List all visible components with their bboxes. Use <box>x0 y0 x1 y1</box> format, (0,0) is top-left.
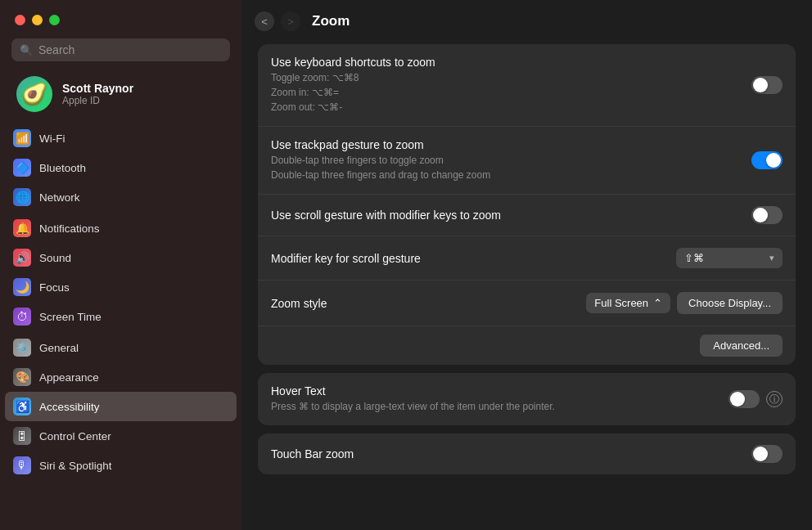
siri-icon: 🎙 <box>13 456 31 474</box>
keyboard-shortcut-row: Use keyboard shortcuts to zoom Toggle zo… <box>258 44 796 127</box>
search-input[interactable] <box>38 43 222 56</box>
toggle-knob-3 <box>753 208 768 222</box>
toggle-knob-5 <box>753 447 768 461</box>
trackpad-gesture-toggle[interactable] <box>751 151 783 169</box>
keyboard-shortcut-toggle[interactable] <box>751 76 783 94</box>
content-area: Use keyboard shortcuts to zoom Toggle zo… <box>241 39 812 530</box>
wifi-icon: 📶 <box>13 129 31 147</box>
control-center-icon: 🎛 <box>13 427 31 445</box>
modifier-key-value: ⇧⌘ <box>684 252 763 264</box>
notifications-icon: 🔔 <box>13 219 31 237</box>
sidebar-item-notifications[interactable]: 🔔 Notifications <box>5 213 237 243</box>
scroll-gesture-toggle[interactable] <box>751 206 783 224</box>
sidebar-item-sound[interactable]: 🔊 Sound <box>5 243 237 272</box>
back-icon: < <box>261 16 268 28</box>
hover-text-label: Hover Text <box>271 384 729 398</box>
sidebar-item-accessibility[interactable]: ♿ Accessibility <box>5 392 237 421</box>
zoom-style-info: Zoom style <box>271 297 586 310</box>
hover-text-toggle[interactable] <box>729 390 760 408</box>
sidebar-section-network: 📶 Wi-Fi 🔷 Bluetooth 🌐 Network <box>5 124 237 212</box>
keyboard-shortcut-desc: Toggle zoom: ⌥⌘8 Zoom in: ⌥⌘= Zoom out: … <box>271 70 751 115</box>
sidebar-item-appearance[interactable]: 🎨 Appearance <box>5 362 237 392</box>
zoom-settings-card: Use keyboard shortcuts to zoom Toggle zo… <box>258 44 796 365</box>
sidebar-item-general[interactable]: ⚙️ General <box>5 333 237 362</box>
search-bar[interactable]: 🔍 <box>11 38 230 61</box>
trackpad-gesture-row: Use trackpad gesture to zoom Double-tap … <box>258 127 796 195</box>
scroll-gesture-info: Use scroll gesture with modifier keys to… <box>271 209 751 222</box>
modifier-key-label: Modifier key for scroll gesture <box>271 252 676 265</box>
traffic-lights <box>0 0 241 34</box>
sidebar-label-general: General <box>39 342 79 354</box>
main-content: < > Zoom Use keyboard shortcuts to zoom … <box>241 0 812 530</box>
choose-display-button[interactable]: Choose Display... <box>677 292 783 314</box>
dropdown-arrow-icon: ▾ <box>769 253 774 263</box>
modifier-key-control: ⇧⌘ ▾ <box>676 248 783 268</box>
hover-text-control: ⓘ <box>729 390 783 408</box>
sidebar-label-appearance: Appearance <box>39 371 99 384</box>
touch-bar-zoom-row: Touch Bar zoom <box>258 433 796 474</box>
zoom-style-arrow-icon: ⌃ <box>653 297 662 309</box>
appearance-icon: 🎨 <box>13 368 31 386</box>
general-icon: ⚙️ <box>13 339 31 357</box>
avatar: 🥑 <box>16 76 52 112</box>
sidebar-item-control-center[interactable]: 🎛 Control Center <box>5 421 237 451</box>
hover-text-desc: Press ⌘ to display a large-text view of … <box>271 399 729 414</box>
forward-icon: > <box>287 16 294 28</box>
sidebar-section-preferences: ⚙️ General 🎨 Appearance ♿ Accessibility … <box>5 333 237 480</box>
toggle-knob <box>753 78 768 92</box>
close-button[interactable] <box>15 15 25 25</box>
sidebar-item-network[interactable]: 🌐 Network <box>5 182 237 212</box>
sidebar-nav: 📶 Wi-Fi 🔷 Bluetooth 🌐 Network 🔔 Notifica… <box>0 120 241 530</box>
scroll-gesture-row: Use scroll gesture with modifier keys to… <box>258 195 796 236</box>
sidebar-label-network: Network <box>39 191 80 204</box>
zoom-style-label: Zoom style <box>271 297 586 310</box>
avatar-emoji: 🥑 <box>21 82 47 107</box>
touch-bar-zoom-card: Touch Bar zoom <box>258 433 796 474</box>
screen-time-icon: ⏱ <box>13 308 31 326</box>
sidebar-item-screen-time[interactable]: ⏱ Screen Time <box>5 302 237 331</box>
sidebar: 🔍 🥑 Scott Raynor Apple ID 📶 Wi-Fi 🔷 Blue… <box>0 0 241 530</box>
focus-icon: 🌙 <box>13 278 31 296</box>
minimize-button[interactable] <box>32 15 43 25</box>
scroll-gesture-control <box>751 206 783 224</box>
sidebar-label-control-center: Control Center <box>39 430 111 442</box>
page-title: Zoom <box>312 13 350 29</box>
hover-text-info-icon[interactable]: ⓘ <box>766 391 783 407</box>
touch-bar-zoom-info: Touch Bar zoom <box>271 447 751 460</box>
sidebar-item-wifi[interactable]: 📶 Wi-Fi <box>5 124 237 153</box>
back-button[interactable]: < <box>255 11 274 31</box>
advanced-row: Advanced... <box>258 326 796 365</box>
sidebar-label-siri-spotlight: Siri & Spotlight <box>39 460 112 472</box>
user-profile[interactable]: 🥑 Scott Raynor Apple ID <box>5 70 237 120</box>
user-name: Scott Raynor <box>62 82 133 95</box>
sidebar-item-bluetooth[interactable]: 🔷 Bluetooth <box>5 153 237 182</box>
hover-text-info: Hover Text Press ⌘ to display a large-te… <box>271 384 729 414</box>
modifier-key-row: Modifier key for scroll gesture ⇧⌘ ▾ <box>258 236 796 281</box>
user-info: Scott Raynor Apple ID <box>62 82 133 106</box>
touch-bar-zoom-toggle[interactable] <box>751 445 783 463</box>
keyboard-shortcut-info: Use keyboard shortcuts to zoom Toggle zo… <box>271 56 751 115</box>
trackpad-gesture-desc: Double-tap three fingers to toggle zoom … <box>271 153 751 182</box>
trackpad-gesture-label: Use trackpad gesture to zoom <box>271 138 751 151</box>
toggle-knob-4 <box>730 392 745 406</box>
advanced-button[interactable]: Advanced... <box>700 335 783 357</box>
sidebar-item-focus[interactable]: 🌙 Focus <box>5 272 237 302</box>
zoom-style-row: Zoom style Full Screen ⌃ Choose Display.… <box>258 281 796 326</box>
forward-button[interactable]: > <box>281 11 300 31</box>
modifier-key-info: Modifier key for scroll gesture <box>271 252 676 265</box>
search-icon: 🔍 <box>20 44 33 56</box>
sidebar-label-bluetooth: Bluetooth <box>39 162 86 174</box>
sidebar-label-accessibility: Accessibility <box>39 401 100 413</box>
accessibility-icon: ♿ <box>13 398 31 415</box>
zoom-style-control: Full Screen ⌃ Choose Display... <box>586 292 783 314</box>
sidebar-section-system: 🔔 Notifications 🔊 Sound 🌙 Focus ⏱ Screen… <box>5 213 237 331</box>
hover-text-card: Hover Text Press ⌘ to display a large-te… <box>258 373 796 425</box>
touch-bar-zoom-control <box>751 445 783 463</box>
modifier-key-dropdown[interactable]: ⇧⌘ ▾ <box>676 248 783 268</box>
bluetooth-icon: 🔷 <box>13 159 31 177</box>
sidebar-item-siri-spotlight[interactable]: 🎙 Siri & Spotlight <box>5 451 237 480</box>
toggle-knob-2 <box>766 153 781 168</box>
maximize-button[interactable] <box>49 15 60 25</box>
sound-icon: 🔊 <box>13 249 31 267</box>
zoom-style-selector[interactable]: Full Screen ⌃ <box>586 293 670 313</box>
